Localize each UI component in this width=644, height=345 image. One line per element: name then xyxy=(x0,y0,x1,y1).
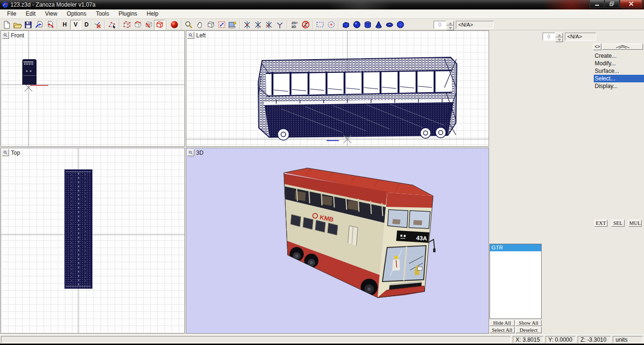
show-all-button[interactable]: Show All xyxy=(516,320,542,326)
primitive-torus-icon[interactable] xyxy=(384,20,395,30)
app-icon xyxy=(2,1,9,8)
new-file-icon[interactable] xyxy=(1,20,12,30)
save-icon[interactable] xyxy=(23,20,34,30)
command-modify[interactable]: Modify... xyxy=(594,60,644,67)
select-move-icon[interactable] xyxy=(216,20,227,30)
menu-plugins[interactable]: Plugins xyxy=(114,9,142,18)
vertices-mode-icon[interactable] xyxy=(121,20,132,30)
create-polygon-icon[interactable] xyxy=(107,20,118,30)
minimize-button[interactable] xyxy=(590,0,604,8)
toggle-d-button[interactable]: D xyxy=(81,20,92,30)
primitive-box-icon[interactable] xyxy=(340,20,351,30)
spinner-up-arrow[interactable] xyxy=(555,33,563,37)
command-surface[interactable]: Surface... xyxy=(594,67,644,75)
bus-3d-model: KMB 43A xyxy=(186,148,489,333)
views-cube-icon[interactable] xyxy=(205,20,216,30)
select-all-button[interactable]: Select All xyxy=(490,327,515,333)
status-x-coordinate: X: 3.8015 xyxy=(513,336,544,343)
zoom-tool-icon[interactable] xyxy=(183,20,194,30)
toolbar-spinner-group: 0 <N/A> xyxy=(434,21,494,30)
viewport-top-label: Top xyxy=(11,150,20,156)
rotate-vertex-tool-icon[interactable] xyxy=(263,20,274,30)
viewport-left[interactable]: Left xyxy=(186,30,489,147)
export-icon[interactable] xyxy=(45,20,55,30)
svg-text:3D: 3D xyxy=(291,25,296,29)
viewport-3d[interactable]: KMB 43A xyxy=(186,148,489,334)
menu-bar: File Edit View Options Tools Plugins Hel… xyxy=(0,9,644,19)
faces-mode-icon[interactable] xyxy=(143,20,154,30)
panel-preset-select[interactable]: <N/A> xyxy=(565,33,596,41)
menu-tools[interactable]: Tools xyxy=(91,9,114,18)
status-y-coordinate: Y: 0.0000 xyxy=(545,336,576,343)
viewport-zoom-button[interactable] xyxy=(2,32,9,39)
spinner-down-arrow[interactable] xyxy=(446,26,454,30)
viewport-front-label: Front xyxy=(11,32,24,39)
pan-tool-icon[interactable] xyxy=(194,20,205,30)
status-message xyxy=(1,336,511,343)
command-select[interactable]: Select... xyxy=(594,75,644,82)
main-toolbar: H V D 2D 3D xyxy=(0,19,644,30)
move-vertex-tool-icon[interactable] xyxy=(242,20,253,30)
bus-top-wireframe xyxy=(65,170,92,288)
material-editor-icon[interactable] xyxy=(169,20,180,30)
primitive-cylinder-icon[interactable] xyxy=(362,20,373,30)
toggle-h-button[interactable]: H xyxy=(59,20,70,30)
select-circle-icon[interactable] xyxy=(326,20,336,30)
window-title: 123.z3d - Zanoza Modeler v1.07a xyxy=(10,1,95,8)
viewport-zoom-button[interactable] xyxy=(2,149,9,156)
panel-spinner-group: 0 <N/A> xyxy=(543,33,596,42)
axis-branch-tool-icon[interactable] xyxy=(274,20,285,30)
command-display[interactable]: Display... xyxy=(594,82,644,90)
expand-panel-button[interactable]: <> xyxy=(593,44,601,50)
objects-mode-icon[interactable] xyxy=(154,20,165,30)
viewport-3d-label: 3D xyxy=(196,150,203,156)
viewport-front[interactable]: Front xyxy=(0,30,185,147)
import-icon[interactable] xyxy=(34,20,45,30)
close-button[interactable] xyxy=(620,0,642,8)
primitive-cone-icon[interactable] xyxy=(373,20,384,30)
z-lock-icon[interactable]: Z xyxy=(300,20,311,30)
restore-button[interactable] xyxy=(605,0,619,8)
menu-view[interactable]: View xyxy=(40,9,62,18)
objects-list-item[interactable]: GTR xyxy=(490,244,541,251)
hide-all-button[interactable]: Hide All xyxy=(490,320,515,326)
objects-list[interactable]: GTR xyxy=(490,244,542,319)
mode-sel-button[interactable]: SEL xyxy=(611,220,625,227)
render-preview-icon[interactable] xyxy=(227,20,238,30)
mode-ext-button[interactable]: EXT xyxy=(594,220,608,227)
edges-mode-icon[interactable] xyxy=(132,20,143,30)
primitive-geosphere-icon[interactable] xyxy=(395,20,406,30)
bus-front-wireframe xyxy=(22,59,48,86)
delete-axis-icon[interactable] xyxy=(92,20,103,30)
viewport-zoom-button[interactable] xyxy=(187,32,194,39)
collapse-panel-button[interactable] xyxy=(602,44,643,50)
spinner-up-arrow[interactable] xyxy=(446,21,454,26)
title-bar: 123.z3d - Zanoza Modeler v1.07a xyxy=(0,0,644,9)
viewport-zoom-button[interactable] xyxy=(187,149,194,156)
menu-file[interactable]: File xyxy=(2,9,21,18)
menu-help[interactable]: Help xyxy=(142,9,163,18)
toolbar-preset-select[interactable]: <N/A> xyxy=(456,21,494,29)
scale-vertex-tool-icon[interactable] xyxy=(253,20,263,30)
toolbar-spinner-value[interactable]: 0 xyxy=(434,21,446,29)
status-bar: X: 3.8015 Y: 0.0000 Z: -3.3010 units xyxy=(0,335,644,344)
primitive-sphere-icon[interactable] xyxy=(351,20,362,30)
open-file-icon[interactable] xyxy=(12,20,23,30)
viewport-top[interactable]: Top xyxy=(0,148,185,334)
command-create[interactable]: Create... xyxy=(594,52,644,60)
mode-2d3d-toggle[interactable]: 2D 3D xyxy=(289,20,300,30)
deselect-button[interactable]: Deselect xyxy=(516,327,542,333)
svg-text:43A: 43A xyxy=(416,235,427,242)
panel-spinner-value[interactable]: 0 xyxy=(543,33,555,41)
status-z-coordinate: Z: -3.3010 xyxy=(578,336,611,343)
toggle-v-button[interactable]: V xyxy=(70,20,81,30)
viewport-left-label: Left xyxy=(196,32,206,39)
select-rectangle-icon[interactable] xyxy=(315,20,326,30)
mode-mul-button[interactable]: MUL xyxy=(628,220,642,227)
spinner-down-arrow[interactable] xyxy=(555,37,563,42)
bus-side-wireframe xyxy=(258,57,457,140)
menu-options[interactable]: Options xyxy=(62,9,91,18)
menu-edit[interactable]: Edit xyxy=(21,9,40,18)
status-units: units xyxy=(613,336,643,343)
